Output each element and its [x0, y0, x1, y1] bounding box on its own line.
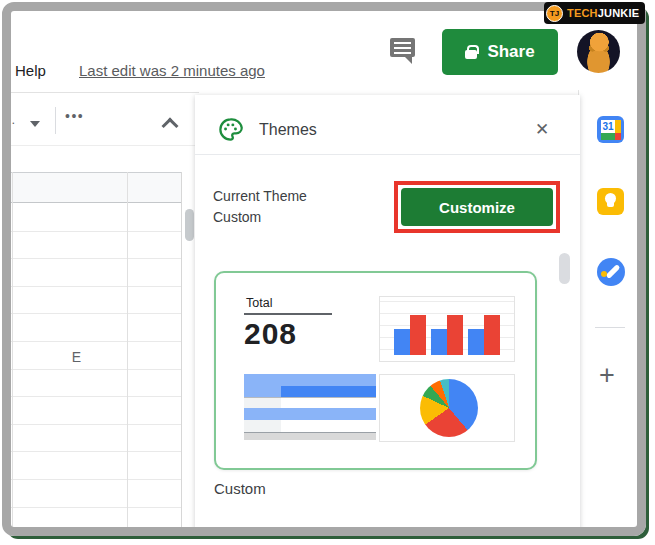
lock-icon — [465, 50, 477, 59]
collapse-toolbar-icon[interactable] — [159, 114, 181, 134]
mini-bar-chart-bars — [394, 307, 500, 355]
toolbar-divider — [55, 107, 56, 134]
share-label: Share — [487, 42, 534, 62]
grid-vline — [127, 172, 128, 529]
mini-table — [244, 374, 376, 441]
sidebar-divider — [595, 327, 625, 328]
share-button[interactable]: Share — [442, 29, 558, 75]
techjunkie-badge-icon: TJ — [546, 5, 563, 22]
window-content: Help Last edit was 2 minutes ago Share .… — [2, 2, 646, 536]
avatar[interactable] — [577, 30, 620, 73]
themes-panel: Themes ✕ Current Theme Custom Customize … — [195, 95, 580, 536]
comment-icon — [390, 38, 415, 57]
panel-title: Themes — [259, 121, 317, 139]
calendar-icon[interactable]: 31 — [597, 116, 624, 143]
sheet-scrollbar-thumb[interactable] — [185, 209, 194, 241]
formula-bar-divider — [9, 145, 199, 146]
keep-icon[interactable] — [597, 188, 624, 215]
customize-button[interactable]: Customize — [401, 188, 553, 226]
mini-pie — [420, 379, 478, 437]
dropdown-caret-icon[interactable] — [30, 121, 40, 127]
column-header-row[interactable]: E — [9, 172, 182, 203]
grid-vline — [181, 172, 182, 529]
grid-vline — [12, 172, 13, 529]
current-theme-value: Custom — [213, 209, 261, 225]
techjunkie-logo: TJ TECHJUNKIE — [544, 2, 645, 24]
comment-button[interactable] — [390, 38, 416, 64]
app-window: Help Last edit was 2 minutes ago Share .… — [0, 0, 655, 545]
more-options-icon[interactable]: ••• — [65, 108, 84, 124]
menu-help[interactable]: Help — [15, 62, 46, 79]
scorecard-value: 208 — [244, 317, 297, 351]
scorecard-rule — [244, 313, 332, 315]
theme-preview-card[interactable]: Total 208 — [214, 271, 537, 470]
tasks-icon[interactable] — [597, 258, 625, 286]
current-theme-label: Current Theme — [213, 188, 307, 204]
topbar-divider — [9, 92, 199, 93]
brand-junkie-text: JUNKIE — [598, 7, 640, 19]
toolbar-partial-control[interactable]: .. — [8, 112, 15, 127]
calendar-day: 31 — [601, 120, 615, 133]
brand-tech-text: TECH — [567, 7, 598, 19]
addons-sidebar: 31 + — [578, 90, 642, 536]
mini-pie-chart — [379, 374, 515, 442]
palette-icon — [217, 116, 244, 143]
last-edit-link[interactable]: Last edit was 2 minutes ago — [79, 62, 265, 79]
close-icon[interactable]: ✕ — [531, 119, 553, 141]
panel-divider — [195, 154, 580, 155]
highlight-ring: Customize — [394, 181, 560, 233]
panel-scrollbar-thumb[interactable] — [559, 253, 570, 284]
theme-name-label: Custom — [214, 480, 266, 497]
mini-bar-chart — [379, 296, 515, 362]
scorecard-label: Total — [246, 296, 272, 310]
spreadsheet-grid[interactable] — [9, 204, 182, 529]
add-addon-button[interactable]: + — [599, 362, 615, 388]
